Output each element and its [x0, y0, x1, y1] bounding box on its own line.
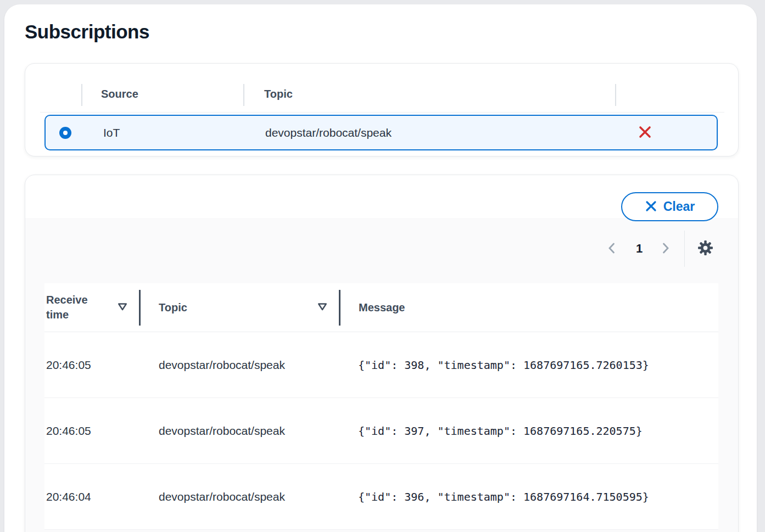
cell-receive-time: 20:46:05 [44, 424, 139, 438]
receive-time-filter-button[interactable] [118, 303, 127, 313]
chevron-left-icon [605, 242, 618, 256]
delete-x-icon [638, 125, 652, 141]
cell-topic: devopstar/robocat/speak [139, 490, 339, 503]
current-page[interactable]: 1 [629, 238, 649, 259]
cell-topic: devopstar/robocat/speak [139, 359, 339, 372]
table-row: 20:46:04 devopstar/robocat/speak {"id": … [44, 464, 718, 530]
column-resize-handle[interactable] [139, 290, 141, 326]
messages-table: Receive time Topic [44, 283, 718, 530]
table-row: 20:46:05 devopstar/robocat/speak {"id": … [44, 398, 718, 464]
page-title: Subscriptions [25, 21, 149, 43]
mqtt-test-client-page: Subscriptions Source Topic IoT devopstar… [0, 0, 765, 532]
chevron-right-icon [659, 242, 672, 256]
cell-topic: devopstar/robocat/speak [139, 424, 339, 438]
table-header: Receive time Topic [44, 283, 718, 332]
pagination-divider [684, 231, 685, 267]
cell-message: {"id": 396, "timestamp": 1687697164.7150… [339, 490, 718, 503]
cell-receive-time: 20:46:05 [44, 359, 139, 372]
subscriptions-header-topic: Topic [264, 88, 293, 100]
clear-button[interactable]: Clear [621, 192, 718, 221]
header-topic[interactable]: Topic [139, 283, 339, 332]
column-divider [615, 84, 616, 106]
subscription-topic: devopstar/robocat/speak [265, 116, 392, 149]
messages-card: Clear 1 [25, 175, 739, 532]
triangle-down-icon [317, 303, 327, 313]
subscription-source: IoT [103, 116, 120, 149]
column-divider [243, 84, 244, 106]
header-divider [40, 112, 724, 113]
cell-message: {"id": 398, "timestamp": 1687697165.7260… [339, 359, 718, 372]
cell-receive-time: 20:46:04 [44, 490, 139, 503]
previous-page-button[interactable] [601, 238, 622, 259]
subscription-row[interactable]: IoT devopstar/robocat/speak [44, 115, 718, 150]
header-receive-time-label: Receive time [46, 293, 98, 322]
table-preferences-button[interactable] [693, 237, 717, 261]
triangle-down-icon [118, 303, 127, 313]
topic-filter-button[interactable] [317, 303, 327, 313]
subscription-radio[interactable] [59, 127, 71, 139]
radio-dot [63, 131, 68, 135]
gear-icon [697, 239, 714, 258]
delete-subscription-button[interactable] [633, 121, 657, 144]
cell-message: {"id": 397, "timestamp": 1687697165.2205… [339, 424, 718, 438]
subscriptions-header-source: Source [101, 88, 138, 100]
subscriptions-card: Source Topic IoT devopstar/robocat/speak [25, 63, 739, 156]
table-row: 20:46:05 devopstar/robocat/speak {"id": … [44, 332, 718, 398]
clear-x-icon [645, 200, 657, 214]
header-receive-time[interactable]: Receive time [44, 283, 139, 332]
next-page-button[interactable] [655, 238, 676, 259]
clear-label: Clear [663, 199, 695, 214]
header-message-label: Message [359, 300, 405, 315]
column-resize-handle[interactable] [339, 290, 340, 326]
column-divider [81, 84, 82, 106]
header-message: Message [339, 283, 718, 332]
header-topic-label: Topic [159, 300, 187, 315]
